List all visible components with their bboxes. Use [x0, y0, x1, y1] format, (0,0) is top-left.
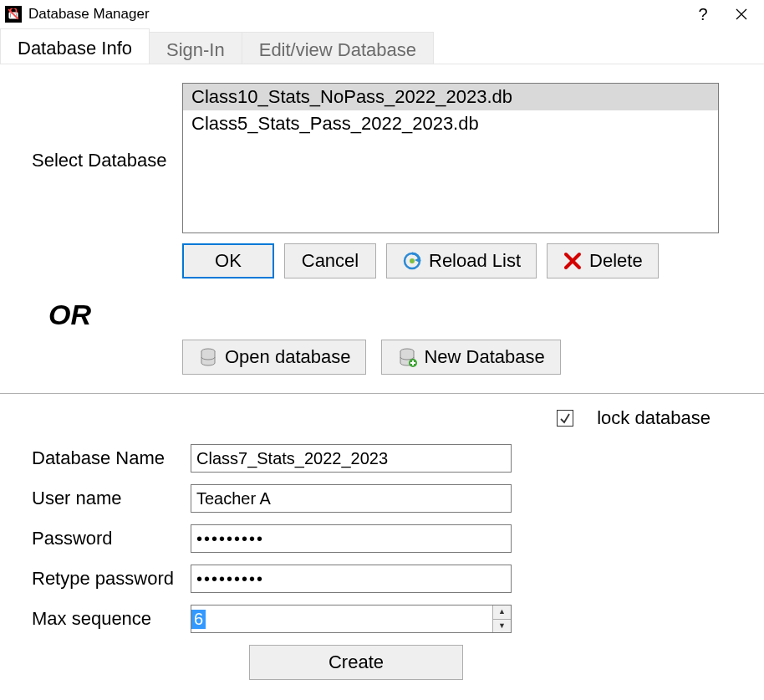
button-label: Cancel [302, 250, 359, 272]
new-database-form: Database Name User name Password Retype … [32, 444, 764, 680]
reload-icon [402, 251, 422, 271]
divider [0, 393, 764, 394]
app-icon [5, 6, 22, 23]
delete-button[interactable]: Delete [547, 243, 659, 278]
lock-database-label: lock database [597, 407, 711, 429]
database-list[interactable]: Class10_Stats_NoPass_2022_2023.db Class5… [182, 83, 719, 233]
close-button[interactable] [722, 1, 761, 28]
database-new-icon [397, 347, 417, 367]
tab-label: Database Info [18, 38, 132, 59]
retype-password-label: Retype password [32, 568, 191, 590]
tab-bar: Database Info Sign-In Edit/view Database [0, 28, 764, 64]
lock-database-row: lock database [0, 402, 764, 429]
select-database-section: Select Database Class10_Stats_NoPass_202… [0, 64, 764, 233]
database-name-label: Database Name [32, 447, 191, 469]
or-separator: OR [48, 299, 764, 331]
max-sequence-label: Max sequence [32, 608, 191, 630]
username-input[interactable] [191, 484, 512, 513]
button-label: New Database [424, 346, 544, 368]
svg-point-6 [410, 258, 415, 263]
lock-database-checkbox[interactable] [557, 410, 573, 427]
button-label: Open database [225, 346, 350, 368]
reload-list-button[interactable]: Reload List [386, 243, 537, 278]
button-label: Delete [589, 250, 643, 272]
list-button-row: OK Cancel Reload List Delete [182, 243, 719, 278]
username-label: User name [32, 488, 191, 509]
tab-label: Sign-In [166, 39, 225, 61]
help-button[interactable]: ? [684, 1, 722, 28]
delete-icon [563, 251, 583, 271]
max-sequence-input[interactable] [206, 605, 492, 632]
spinner-down[interactable]: ▼ [493, 619, 511, 633]
list-item[interactable]: Class5_Stats_Pass_2022_2023.db [183, 110, 718, 137]
max-sequence-value: 6 [191, 610, 206, 629]
retype-password-input[interactable] [191, 565, 512, 593]
select-database-label: Select Database [32, 150, 182, 233]
ok-button[interactable]: OK [182, 243, 274, 278]
tab-sign-in[interactable]: Sign-In [149, 32, 242, 64]
password-label: Password [32, 528, 191, 549]
list-item-label: Class5_Stats_Pass_2022_2023.db [191, 113, 479, 134]
database-open-icon [198, 347, 218, 367]
spinner-up[interactable]: ▲ [493, 605, 511, 619]
tab-database-info[interactable]: Database Info [0, 28, 150, 64]
max-sequence-spinner[interactable]: 6 ▲ ▼ [191, 605, 512, 633]
list-item-label: Class10_Stats_NoPass_2022_2023.db [191, 86, 512, 107]
new-database-button[interactable]: New Database [381, 340, 560, 375]
tab-label: Edit/view Database [259, 39, 416, 61]
button-label: Reload List [429, 250, 521, 272]
titlebar: Database Manager ? [0, 0, 764, 28]
open-new-row: Open database New Database [182, 340, 764, 386]
cancel-button[interactable]: Cancel [284, 243, 376, 278]
password-input[interactable] [191, 524, 512, 553]
create-button[interactable]: Create [249, 645, 463, 680]
tab-edit-view-database[interactable]: Edit/view Database [242, 32, 434, 64]
window-title: Database Manager [28, 6, 150, 23]
database-name-input[interactable] [191, 444, 512, 473]
button-label: Create [329, 651, 384, 673]
svg-marker-5 [415, 258, 420, 263]
button-label: OK [215, 250, 242, 272]
list-item[interactable]: Class10_Stats_NoPass_2022_2023.db [183, 84, 718, 110]
open-database-button[interactable]: Open database [182, 340, 366, 375]
